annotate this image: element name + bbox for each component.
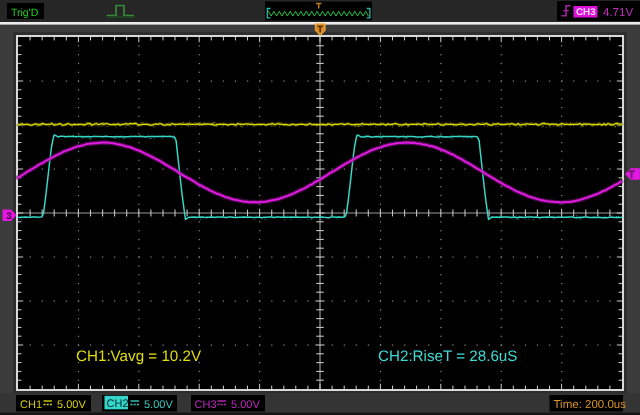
svg-text:4.71V: 4.71V xyxy=(603,7,633,19)
svg-text:CH1: CH1 xyxy=(20,399,42,411)
svg-text:5.00V: 5.00V xyxy=(144,399,173,411)
svg-text:5.00V: 5.00V xyxy=(231,399,260,411)
svg-text:3: 3 xyxy=(7,211,12,222)
svg-text:CH2:RiseT = 28.6uS: CH2:RiseT = 28.6uS xyxy=(378,348,517,365)
svg-text:CH3: CH3 xyxy=(576,7,596,18)
svg-text:Trig'D: Trig'D xyxy=(11,7,39,19)
svg-text:CH1:Vavg = 10.2V: CH1:Vavg = 10.2V xyxy=(76,348,202,365)
svg-text:CH2: CH2 xyxy=(107,398,129,410)
svg-text:CH3: CH3 xyxy=(195,399,217,411)
svg-text:Time: 200.0us: Time: 200.0us xyxy=(554,399,627,411)
svg-text:5.00V: 5.00V xyxy=(57,399,86,411)
